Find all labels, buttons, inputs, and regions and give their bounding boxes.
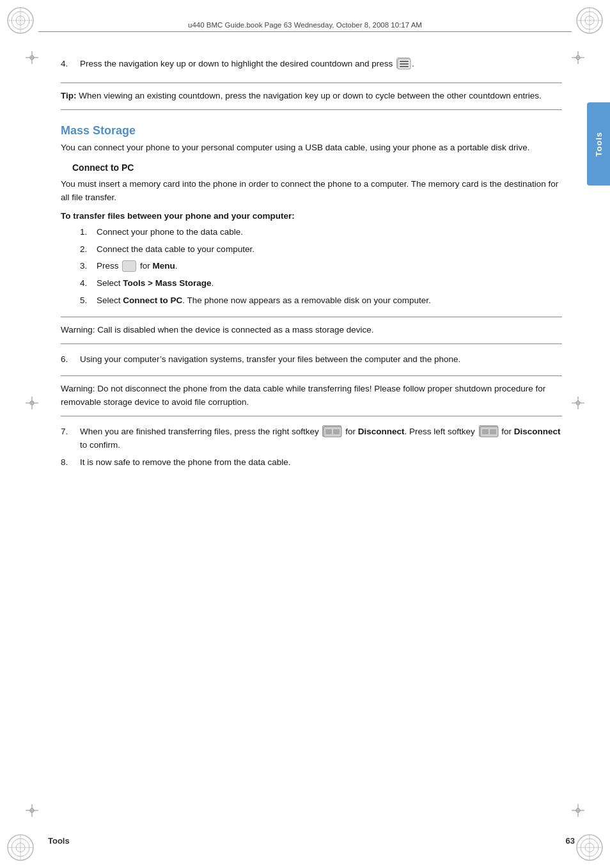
list-item: 5. Select Connect to PC. The phone now a…: [80, 294, 562, 308]
menu-key-icon-2: [122, 260, 136, 272]
step-7-text: When you are finished transferring files…: [80, 425, 562, 452]
crosshair-left-mid: [26, 397, 38, 409]
list-item: 4. Select Tools > Mass Storage.: [80, 277, 562, 290]
crosshair-left-bot: [26, 804, 38, 817]
step-4-top: 4. Press the navigation key up or down t…: [61, 58, 562, 71]
svg-rect-43: [325, 429, 332, 434]
step-text-1: Connect your phone to the data cable.: [97, 226, 562, 239]
step-text-2: Connect the data cable to your computer.: [97, 243, 562, 256]
step-8: 8. It is now safe to remove the phone fr…: [61, 456, 562, 470]
corner-br-decoration: [574, 832, 605, 863]
step-num-4: 4.: [80, 277, 97, 290]
step-num-3: 3.: [80, 260, 97, 273]
step-num-5: 5.: [80, 294, 97, 308]
step-6-text: Using your computer’s navigation systems…: [80, 353, 562, 367]
side-tab: Tools: [587, 102, 610, 185]
step-num-2: 2.: [80, 243, 97, 256]
transfer-instruction: To transfer files between your phone and…: [61, 211, 562, 221]
step-6: 6. Using your computer’s navigation syst…: [61, 353, 562, 367]
list-item: 2. Connect the data cable to your comput…: [80, 243, 562, 256]
step-text-4: Select Tools > Mass Storage.: [97, 277, 562, 290]
tip-text: When viewing an existing countdown, pres…: [77, 91, 542, 100]
mass-storage-heading: Mass Storage: [61, 124, 562, 138]
warning-2-text: Do not disconnect the phone from the dat…: [61, 384, 545, 407]
header-bar: u440 BMC Guide.book Page 63 Wednesday, O…: [38, 18, 572, 32]
side-tab-label: Tools: [594, 132, 604, 157]
mass-storage-intro: You can connect your phone to your perso…: [61, 141, 562, 155]
step-7: 7. When you are finished transferring fi…: [61, 425, 562, 452]
left-softkey-icon: [479, 425, 498, 437]
svg-rect-40: [400, 63, 409, 65]
svg-rect-41: [400, 66, 409, 67]
tip-box: Tip: When viewing an existing countdown,…: [61, 83, 562, 110]
list-item: 1. Connect your phone to the data cable.: [80, 226, 562, 239]
corner-tr-decoration: [574, 5, 605, 36]
crosshair-left-top: [26, 51, 38, 64]
connect-pc-para: You must insert a memory card into the p…: [61, 178, 562, 205]
warning-box-1: Warning: Call is disabled when the devic…: [61, 317, 562, 344]
footer-bar: Tools 63: [48, 836, 575, 846]
step-text-3: Press for Menu.: [97, 260, 562, 273]
right-softkey-icon: [322, 425, 341, 437]
warning-2-label: Warning:: [61, 384, 95, 393]
menu-key-icon: [396, 58, 411, 69]
step-4-text: Press the navigation key up or down to h…: [80, 58, 562, 71]
header-text: u440 BMC Guide.book Page 63 Wednesday, O…: [188, 21, 422, 29]
corner-tl-decoration: [5, 5, 36, 36]
footer-left-label: Tools: [48, 836, 70, 846]
main-content: 4. Press the navigation key up or down t…: [48, 38, 575, 830]
step-7-number: 7.: [61, 425, 80, 452]
step-8-text: It is now safe to remove the phone from …: [80, 456, 562, 470]
svg-rect-46: [482, 429, 489, 434]
footer-page-number: 63: [566, 836, 575, 846]
step-8-number: 8.: [61, 456, 80, 470]
step-text-5: Select Connect to PC. The phone now appe…: [97, 294, 562, 308]
page-container: u440 BMC Guide.book Page 63 Wednesday, O…: [0, 0, 610, 868]
corner-bl-decoration: [5, 832, 36, 863]
list-item: 3. Press for Menu.: [80, 260, 562, 273]
connect-to-pc-heading: Connect to PC: [72, 162, 562, 173]
tip-label: Tip:: [61, 91, 77, 100]
warning-1-label: Warning:: [61, 325, 95, 335]
step-6-number: 6.: [61, 353, 80, 367]
svg-rect-39: [400, 61, 409, 62]
svg-rect-47: [490, 429, 496, 434]
steps-list: 1. Connect your phone to the data cable.…: [80, 226, 562, 308]
warning-box-2: Warning: Do not disconnect the phone fro…: [61, 375, 562, 416]
svg-rect-44: [333, 429, 340, 434]
warning-1-text: Call is disabled when the device is conn…: [95, 325, 374, 335]
step-num-1: 1.: [80, 226, 97, 239]
step-4-number: 4.: [61, 58, 80, 71]
